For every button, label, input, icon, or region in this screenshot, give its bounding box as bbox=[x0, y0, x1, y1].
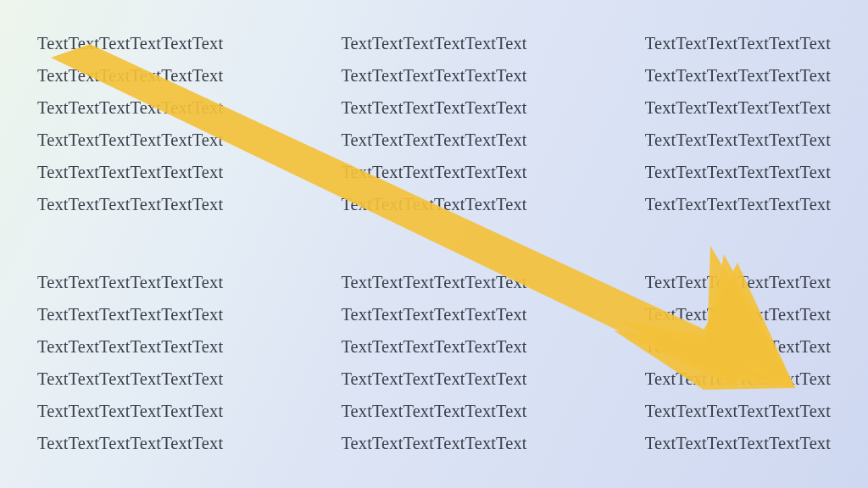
text-cell: TextTextTextTextTextText bbox=[37, 395, 223, 427]
text-cell: TextTextTextTextTextText bbox=[645, 188, 831, 220]
text-cell: TextTextTextTextTextText bbox=[341, 395, 526, 427]
text-cell: TextTextTextTextTextText bbox=[645, 427, 831, 459]
text-cell: TextTextTextTextTextText bbox=[341, 156, 526, 188]
text-cell: TextTextTextTextTextText bbox=[645, 363, 831, 395]
text-cell: TextTextTextTextTextText bbox=[37, 59, 223, 92]
text-row: TextTextTextTextTextText TextTextTextTex… bbox=[37, 27, 831, 59]
text-cell: TextTextTextTextTextText bbox=[341, 59, 526, 92]
text-cell: TextTextTextTextTextText bbox=[645, 298, 831, 330]
text-cell: TextTextTextTextTextText bbox=[37, 330, 223, 363]
text-row: TextTextTextTextTextText TextTextTextTex… bbox=[37, 330, 831, 363]
text-cell: TextTextTextTextTextText bbox=[645, 92, 831, 124]
text-cell: TextTextTextTextTextText bbox=[645, 266, 831, 298]
text-cell: TextTextTextTextTextText bbox=[341, 27, 526, 59]
text-block-top: TextTextTextTextTextText TextTextTextTex… bbox=[37, 27, 831, 220]
text-cell: TextTextTextTextTextText bbox=[37, 363, 223, 395]
text-row: TextTextTextTextTextText TextTextTextTex… bbox=[37, 395, 831, 427]
text-row: TextTextTextTextTextText TextTextTextTex… bbox=[37, 124, 831, 156]
text-cell: TextTextTextTextTextText bbox=[341, 363, 526, 395]
text-cell: TextTextTextTextTextText bbox=[645, 156, 831, 188]
text-row: TextTextTextTextTextText TextTextTextTex… bbox=[37, 266, 831, 298]
text-cell: TextTextTextTextTextText bbox=[645, 124, 831, 156]
text-cell: TextTextTextTextTextText bbox=[341, 298, 526, 330]
text-row: TextTextTextTextTextText TextTextTextTex… bbox=[37, 59, 831, 92]
text-cell: TextTextTextTextTextText bbox=[645, 330, 831, 363]
text-cell: TextTextTextTextTextText bbox=[645, 59, 831, 92]
text-block-bottom: TextTextTextTextTextText TextTextTextTex… bbox=[37, 266, 831, 459]
text-row: TextTextTextTextTextText TextTextTextTex… bbox=[37, 156, 831, 188]
text-cell: TextTextTextTextTextText bbox=[37, 298, 223, 330]
text-cell: TextTextTextTextTextText bbox=[37, 266, 223, 298]
text-cell: TextTextTextTextTextText bbox=[645, 27, 831, 59]
text-row: TextTextTextTextTextText TextTextTextTex… bbox=[37, 427, 831, 459]
text-row: TextTextTextTextTextText TextTextTextTex… bbox=[37, 298, 831, 330]
text-cell: TextTextTextTextTextText bbox=[341, 330, 526, 363]
text-grid: TextTextTextTextTextText TextTextTextTex… bbox=[0, 0, 868, 488]
text-cell: TextTextTextTextTextText bbox=[341, 427, 526, 459]
text-cell: TextTextTextTextTextText bbox=[37, 156, 223, 188]
text-cell: TextTextTextTextTextText bbox=[37, 188, 223, 220]
text-cell: TextTextTextTextTextText bbox=[341, 124, 526, 156]
text-cell: TextTextTextTextTextText bbox=[37, 92, 223, 124]
text-cell: TextTextTextTextTextText bbox=[37, 27, 223, 59]
text-cell: TextTextTextTextTextText bbox=[645, 395, 831, 427]
text-cell: TextTextTextTextTextText bbox=[37, 124, 223, 156]
text-cell: TextTextTextTextTextText bbox=[341, 266, 526, 298]
text-cell: TextTextTextTextTextText bbox=[37, 427, 223, 459]
text-row: TextTextTextTextTextText TextTextTextTex… bbox=[37, 363, 831, 395]
text-row: TextTextTextTextTextText TextTextTextTex… bbox=[37, 92, 831, 124]
text-row: TextTextTextTextTextText TextTextTextTex… bbox=[37, 188, 831, 220]
text-cell: TextTextTextTextTextText bbox=[341, 92, 526, 124]
text-cell: TextTextTextTextTextText bbox=[341, 188, 526, 220]
